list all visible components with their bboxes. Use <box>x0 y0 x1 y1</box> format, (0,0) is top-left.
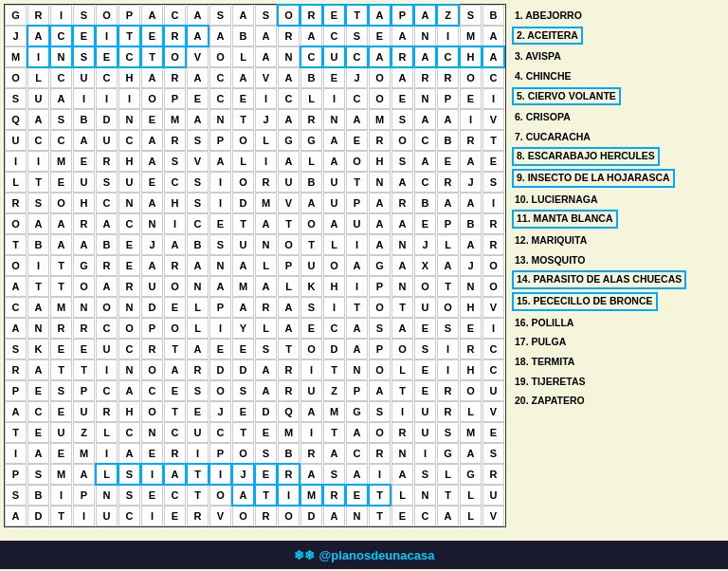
cell-23-11: T <box>255 485 277 506</box>
cell-15-7: O <box>164 318 186 339</box>
cell-22-5: S <box>118 464 140 485</box>
cell-12-0: O <box>5 255 27 276</box>
cell-19-13: A <box>300 401 322 422</box>
cell-17-14: T <box>323 359 345 380</box>
cell-22-1: S <box>27 464 49 485</box>
cell-21-4: I <box>96 443 118 464</box>
cell-5-4: D <box>96 109 118 130</box>
cell-4-5: I <box>118 88 140 109</box>
cell-21-12: B <box>278 443 300 464</box>
cell-23-2: I <box>50 485 72 506</box>
cell-16-12: T <box>278 339 300 359</box>
cell-7-14: A <box>323 151 345 172</box>
cell-7-5: H <box>118 151 140 172</box>
cell-16-6: R <box>141 339 163 359</box>
cell-2-13: C <box>300 46 322 67</box>
cell-15-5: O <box>118 318 140 339</box>
word-grid: GRISOPACASASORETAPAZSBJACEITERAABARACSEA… <box>4 4 506 527</box>
cell-3-5: H <box>118 67 140 88</box>
cell-11-11: N <box>255 234 277 255</box>
cell-19-14: M <box>323 401 345 422</box>
cell-3-4: C <box>96 67 118 88</box>
cell-18-17: T <box>391 380 413 401</box>
cell-5-19: A <box>437 109 459 130</box>
cell-5-18: A <box>414 109 436 130</box>
cell-3-14: E <box>323 67 345 88</box>
cell-0-8: A <box>187 5 209 26</box>
word-item: 1. ABEJORRO <box>512 6 722 24</box>
cell-3-20: O <box>460 67 482 88</box>
cell-8-8: S <box>187 172 209 193</box>
cell-19-17: I <box>391 401 413 422</box>
cell-23-9: O <box>209 485 231 506</box>
cell-6-8: S <box>187 130 209 151</box>
cell-5-7: M <box>164 109 186 130</box>
cell-24-11: R <box>255 506 277 526</box>
cell-15-21: I <box>482 318 504 339</box>
cell-19-4: R <box>96 401 118 422</box>
cell-22-10: J <box>232 464 254 485</box>
cell-22-16: I <box>369 464 391 485</box>
cell-13-5: R <box>118 276 140 297</box>
cell-10-19: P <box>437 213 459 234</box>
cell-6-5: C <box>118 130 140 151</box>
cell-5-11: J <box>255 109 277 130</box>
cell-5-1: A <box>27 109 49 130</box>
cell-13-3: O <box>73 276 95 297</box>
cell-24-15: N <box>346 506 368 526</box>
cell-13-20: N <box>460 276 482 297</box>
cell-12-3: G <box>73 255 95 276</box>
cell-9-1: S <box>27 193 49 213</box>
cell-11-16: A <box>369 234 391 255</box>
cell-3-12: A <box>278 67 300 88</box>
cell-17-10: D <box>232 359 254 380</box>
cell-8-12: U <box>278 172 300 193</box>
cell-5-15: A <box>346 109 368 130</box>
cell-24-0: A <box>5 506 27 526</box>
cell-11-19: L <box>437 234 459 255</box>
cell-10-6: N <box>141 213 163 234</box>
cell-0-17: P <box>391 5 413 26</box>
cell-24-19: A <box>437 506 459 526</box>
cell-9-19: A <box>437 193 459 213</box>
cell-23-8: T <box>187 485 209 506</box>
cell-8-6: E <box>141 172 163 193</box>
cell-8-1: T <box>27 172 49 193</box>
cell-24-21: V <box>482 506 504 526</box>
cell-14-3: N <box>73 297 95 318</box>
footer-handle: @planosdeunacasa <box>319 548 435 562</box>
cell-10-17: A <box>391 213 413 234</box>
cell-7-1: I <box>27 151 49 172</box>
cell-20-12: M <box>278 422 300 443</box>
cell-9-4: C <box>96 193 118 213</box>
cell-4-12: C <box>278 88 300 109</box>
cell-9-5: N <box>118 193 140 213</box>
cell-2-21: A <box>482 46 504 67</box>
cell-21-3: M <box>73 443 95 464</box>
cell-17-0: R <box>5 359 27 380</box>
cell-2-11: A <box>255 46 277 67</box>
cell-1-13: A <box>300 26 322 46</box>
cell-19-11: D <box>255 401 277 422</box>
cell-16-18: S <box>414 339 436 359</box>
cell-10-8: C <box>187 213 209 234</box>
cell-2-2: N <box>50 46 72 67</box>
cell-12-21: O <box>482 255 504 276</box>
cell-6-13: G <box>300 130 322 151</box>
cell-8-15: T <box>346 172 368 193</box>
cell-16-20: R <box>460 339 482 359</box>
cell-3-17: A <box>391 67 413 88</box>
cell-10-0: O <box>5 213 27 234</box>
cell-3-2: C <box>50 67 72 88</box>
cell-2-3: S <box>73 46 95 67</box>
cell-20-2: U <box>50 422 72 443</box>
cell-13-11: A <box>255 276 277 297</box>
cell-15-14: C <box>323 318 345 339</box>
cell-7-21: E <box>482 151 504 172</box>
cell-3-16: O <box>369 67 391 88</box>
cell-14-9: P <box>209 297 231 318</box>
cell-15-1: N <box>27 318 49 339</box>
cell-7-2: M <box>50 151 72 172</box>
cell-20-1: E <box>27 422 49 443</box>
cell-8-14: U <box>323 172 345 193</box>
